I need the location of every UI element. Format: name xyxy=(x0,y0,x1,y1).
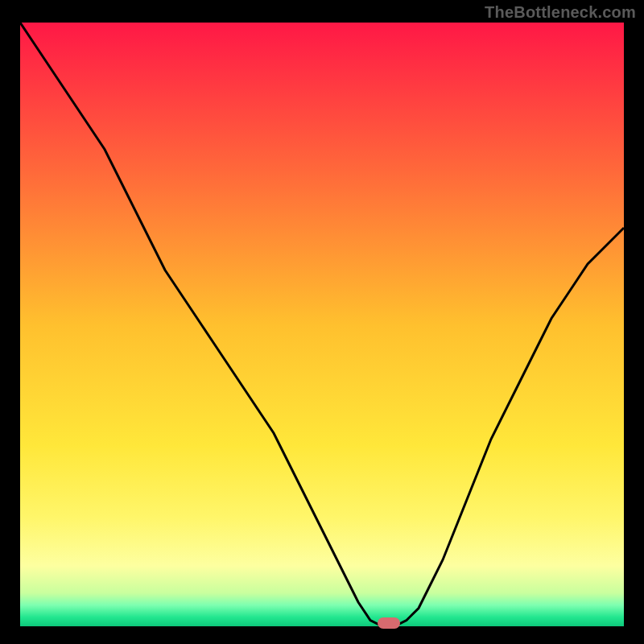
gradient-background xyxy=(20,23,624,626)
chart-frame: TheBottleneck.com xyxy=(0,0,644,644)
minimum-marker xyxy=(378,617,400,629)
watermark-text: TheBottleneck.com xyxy=(485,3,636,22)
bottleneck-plot xyxy=(20,23,624,626)
